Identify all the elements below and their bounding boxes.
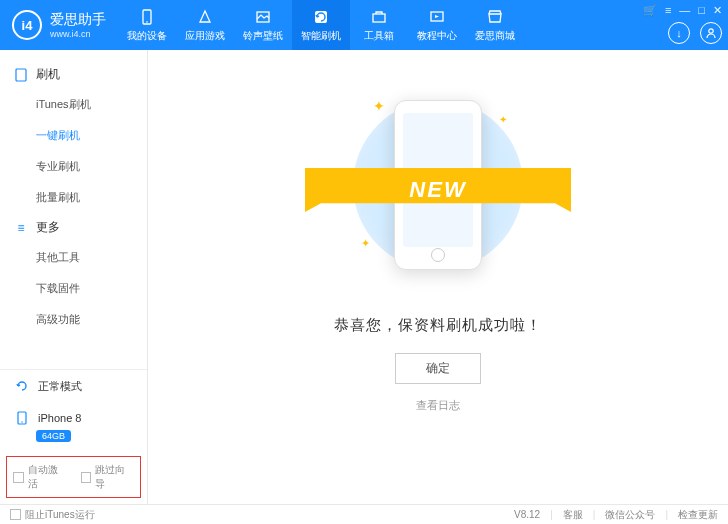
refresh-icon (14, 378, 30, 394)
nav-apps[interactable]: 应用游戏 (176, 0, 234, 50)
window-controls: 🛒 ≡ — □ ✕ (643, 4, 722, 17)
sidebar: 刷机 iTunes刷机 一键刷机 专业刷机 批量刷机 ≡ 更多 其他工具 下载固… (0, 50, 148, 504)
view-log-link[interactable]: 查看日志 (416, 398, 460, 413)
apps-icon (196, 8, 214, 26)
activation-options: 自动激活 跳过向导 (6, 456, 141, 498)
app-header: i4 爱思助手 www.i4.cn 我的设备 应用游戏 铃声壁纸 智能刷机 工具… (0, 0, 728, 50)
sidebar-group-more[interactable]: ≡ 更多 (0, 213, 147, 242)
cart-icon[interactable]: 🛒 (643, 4, 657, 17)
sidebar-item-pro[interactable]: 专业刷机 (0, 151, 147, 182)
storage-badge: 64GB (36, 430, 71, 442)
device-small-icon (14, 410, 30, 426)
flash-icon (312, 8, 330, 26)
more-icon: ≡ (14, 221, 28, 235)
checkbox-auto-activate[interactable]: 自动激活 (13, 463, 67, 491)
phone-icon (14, 68, 28, 82)
user-button[interactable] (700, 22, 722, 44)
svg-point-6 (709, 29, 713, 33)
store-icon (486, 8, 504, 26)
device-icon (138, 8, 156, 26)
checkbox-skip-guide[interactable]: 跳过向导 (81, 463, 135, 491)
update-link[interactable]: 检查更新 (678, 508, 718, 522)
svg-rect-7 (16, 69, 26, 81)
logo-area: i4 爱思助手 www.i4.cn (0, 10, 118, 40)
support-link[interactable]: 客服 (563, 508, 583, 522)
menu-icon[interactable]: ≡ (665, 4, 671, 17)
nav-store[interactable]: 爱思商城 (466, 0, 524, 50)
wallpaper-icon (254, 8, 272, 26)
toolbox-icon (370, 8, 388, 26)
success-message: 恭喜您，保资料刷机成功啦！ (334, 316, 542, 335)
wechat-link[interactable]: 微信公众号 (605, 508, 655, 522)
nav-tools[interactable]: 工具箱 (350, 0, 408, 50)
logo-icon: i4 (12, 10, 42, 40)
version-label: V8.12 (514, 509, 540, 520)
tutorial-icon (428, 8, 446, 26)
sidebar-item-itunes[interactable]: iTunes刷机 (0, 89, 147, 120)
main-content: ✦ ✦ ✦ NEW 恭喜您，保资料刷机成功啦！ 确定 查看日志 (148, 50, 728, 504)
device-row[interactable]: iPhone 8 64GB (0, 402, 147, 452)
success-illustration: ✦ ✦ ✦ NEW (333, 80, 543, 290)
sidebar-group-flash[interactable]: 刷机 (0, 60, 147, 89)
sidebar-item-othertools[interactable]: 其他工具 (0, 242, 147, 273)
nav-my-device[interactable]: 我的设备 (118, 0, 176, 50)
download-button[interactable]: ↓ (668, 22, 690, 44)
svg-point-1 (146, 21, 148, 23)
app-name: 爱思助手 (50, 11, 106, 29)
top-nav: 我的设备 应用游戏 铃声壁纸 智能刷机 工具箱 教程中心 爱思商城 (118, 0, 524, 50)
nav-tutorials[interactable]: 教程中心 (408, 0, 466, 50)
nav-ringtones[interactable]: 铃声壁纸 (234, 0, 292, 50)
checkbox-block-itunes[interactable]: 阻止iTunes运行 (10, 508, 95, 522)
sidebar-item-download[interactable]: 下载固件 (0, 273, 147, 304)
app-url: www.i4.cn (50, 29, 106, 39)
sidebar-item-advanced[interactable]: 高级功能 (0, 304, 147, 335)
minimize-button[interactable]: — (679, 4, 690, 17)
ok-button[interactable]: 确定 (395, 353, 481, 384)
nav-flash[interactable]: 智能刷机 (292, 0, 350, 50)
header-right: ↓ (668, 22, 722, 44)
svg-rect-4 (373, 14, 385, 22)
close-button[interactable]: ✕ (713, 4, 722, 17)
sidebar-item-oneclick[interactable]: 一键刷机 (0, 120, 147, 151)
footer: 阻止iTunes运行 V8.12 | 客服 | 微信公众号 | 检查更新 (0, 504, 728, 524)
sidebar-item-batch[interactable]: 批量刷机 (0, 182, 147, 213)
mode-row[interactable]: 正常模式 (0, 370, 147, 402)
svg-point-9 (21, 421, 22, 422)
maximize-button[interactable]: □ (698, 4, 705, 17)
